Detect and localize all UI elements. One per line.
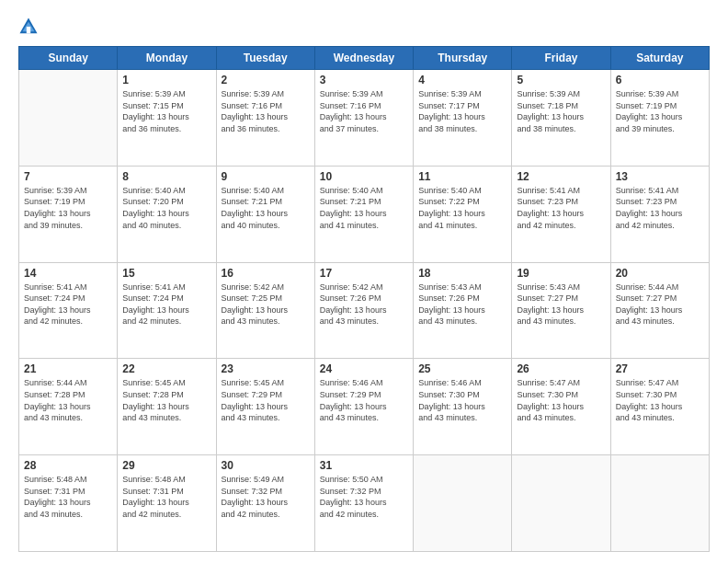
day-number: 2 xyxy=(222,74,310,86)
day-info: Sunrise: 5:48 AM Sunset: 7:31 PM Dayligh… xyxy=(122,474,210,520)
day-info: Sunrise: 5:50 AM Sunset: 7:32 PM Dayligh… xyxy=(320,474,408,520)
day-number: 11 xyxy=(418,170,506,183)
day-number: 13 xyxy=(616,170,704,183)
day-info: Sunrise: 5:46 AM Sunset: 7:29 PM Dayligh… xyxy=(320,377,408,423)
weekday-header-friday: Friday xyxy=(512,47,610,70)
calendar-cell: 22Sunrise: 5:45 AM Sunset: 7:28 PM Dayli… xyxy=(118,359,216,455)
day-info: Sunrise: 5:39 AM Sunset: 7:18 PM Dayligh… xyxy=(517,88,605,134)
weekday-header-sunday: Sunday xyxy=(19,47,118,70)
calendar-cell xyxy=(610,455,709,552)
day-number: 12 xyxy=(517,170,605,183)
calendar-cell: 16Sunrise: 5:42 AM Sunset: 7:25 PM Dayli… xyxy=(216,262,314,359)
day-number: 24 xyxy=(320,362,408,375)
day-info: Sunrise: 5:43 AM Sunset: 7:26 PM Dayligh… xyxy=(418,282,506,327)
day-number: 23 xyxy=(222,362,310,375)
day-number: 9 xyxy=(222,170,310,183)
day-number: 16 xyxy=(222,267,310,280)
day-info: Sunrise: 5:41 AM Sunset: 7:23 PM Dayligh… xyxy=(616,185,704,231)
day-number: 3 xyxy=(320,74,408,86)
day-info: Sunrise: 5:39 AM Sunset: 7:17 PM Dayligh… xyxy=(418,88,506,134)
calendar-cell xyxy=(512,455,610,552)
day-info: Sunrise: 5:42 AM Sunset: 7:25 PM Dayligh… xyxy=(222,282,310,327)
calendar-cell: 27Sunrise: 5:47 AM Sunset: 7:30 PM Dayli… xyxy=(610,359,709,455)
calendar-cell: 21Sunrise: 5:44 AM Sunset: 7:28 PM Dayli… xyxy=(19,359,118,455)
calendar-week-row: 7Sunrise: 5:39 AM Sunset: 7:19 PM Daylig… xyxy=(19,166,710,262)
svg-rect-2 xyxy=(27,27,30,33)
calendar-cell: 15Sunrise: 5:41 AM Sunset: 7:24 PM Dayli… xyxy=(118,262,216,359)
calendar-cell: 4Sunrise: 5:39 AM Sunset: 7:17 PM Daylig… xyxy=(414,70,512,167)
calendar-cell: 2Sunrise: 5:39 AM Sunset: 7:16 PM Daylig… xyxy=(216,70,314,167)
calendar-cell: 23Sunrise: 5:45 AM Sunset: 7:29 PM Dayli… xyxy=(216,359,314,455)
calendar-week-row: 1Sunrise: 5:39 AM Sunset: 7:15 PM Daylig… xyxy=(19,70,710,167)
calendar-cell: 11Sunrise: 5:40 AM Sunset: 7:22 PM Dayli… xyxy=(414,166,512,262)
page: SundayMondayTuesdayWednesdayThursdayFrid… xyxy=(0,0,728,563)
calendar-cell xyxy=(414,455,512,552)
calendar-cell: 25Sunrise: 5:46 AM Sunset: 7:30 PM Dayli… xyxy=(414,359,512,455)
day-info: Sunrise: 5:39 AM Sunset: 7:16 PM Dayligh… xyxy=(222,88,310,134)
day-number: 7 xyxy=(24,170,112,183)
day-number: 8 xyxy=(122,170,210,183)
day-number: 22 xyxy=(122,362,210,375)
day-info: Sunrise: 5:45 AM Sunset: 7:29 PM Dayligh… xyxy=(222,377,310,423)
calendar-cell: 28Sunrise: 5:48 AM Sunset: 7:31 PM Dayli… xyxy=(19,455,118,552)
header xyxy=(18,17,710,37)
logo-icon xyxy=(18,17,39,37)
day-info: Sunrise: 5:44 AM Sunset: 7:28 PM Dayligh… xyxy=(24,377,112,423)
calendar-cell: 17Sunrise: 5:42 AM Sunset: 7:26 PM Dayli… xyxy=(314,262,413,359)
day-number: 20 xyxy=(616,267,704,280)
day-number: 18 xyxy=(418,267,506,280)
day-number: 26 xyxy=(517,362,605,375)
day-info: Sunrise: 5:39 AM Sunset: 7:16 PM Dayligh… xyxy=(320,88,408,134)
day-info: Sunrise: 5:47 AM Sunset: 7:30 PM Dayligh… xyxy=(616,377,704,423)
calendar-cell: 10Sunrise: 5:40 AM Sunset: 7:21 PM Dayli… xyxy=(314,166,413,262)
day-info: Sunrise: 5:40 AM Sunset: 7:22 PM Dayligh… xyxy=(418,185,506,231)
calendar-cell: 13Sunrise: 5:41 AM Sunset: 7:23 PM Dayli… xyxy=(610,166,709,262)
day-number: 25 xyxy=(418,362,506,375)
calendar-cell: 26Sunrise: 5:47 AM Sunset: 7:30 PM Dayli… xyxy=(512,359,610,455)
logo xyxy=(18,17,42,37)
day-number: 19 xyxy=(517,267,605,280)
weekday-header-saturday: Saturday xyxy=(610,47,709,70)
calendar-cell xyxy=(19,70,118,167)
day-number: 31 xyxy=(320,459,408,472)
day-info: Sunrise: 5:40 AM Sunset: 7:21 PM Dayligh… xyxy=(320,185,408,231)
calendar-table: SundayMondayTuesdayWednesdayThursdayFrid… xyxy=(18,46,710,552)
day-number: 27 xyxy=(616,362,704,375)
day-info: Sunrise: 5:41 AM Sunset: 7:24 PM Dayligh… xyxy=(24,282,112,327)
calendar-week-row: 28Sunrise: 5:48 AM Sunset: 7:31 PM Dayli… xyxy=(19,455,710,552)
calendar-cell: 20Sunrise: 5:44 AM Sunset: 7:27 PM Dayli… xyxy=(610,262,709,359)
day-number: 1 xyxy=(122,74,210,86)
day-number: 10 xyxy=(320,170,408,183)
day-number: 30 xyxy=(222,459,310,472)
day-number: 17 xyxy=(320,267,408,280)
day-info: Sunrise: 5:43 AM Sunset: 7:27 PM Dayligh… xyxy=(517,282,605,327)
weekday-header-tuesday: Tuesday xyxy=(216,47,314,70)
day-number: 5 xyxy=(517,74,605,86)
day-info: Sunrise: 5:46 AM Sunset: 7:30 PM Dayligh… xyxy=(418,377,506,423)
day-number: 15 xyxy=(122,267,210,280)
calendar-cell: 5Sunrise: 5:39 AM Sunset: 7:18 PM Daylig… xyxy=(512,70,610,167)
day-info: Sunrise: 5:42 AM Sunset: 7:26 PM Dayligh… xyxy=(320,282,408,327)
calendar-cell: 14Sunrise: 5:41 AM Sunset: 7:24 PM Dayli… xyxy=(19,262,118,359)
calendar-cell: 30Sunrise: 5:49 AM Sunset: 7:32 PM Dayli… xyxy=(216,455,314,552)
calendar-cell: 6Sunrise: 5:39 AM Sunset: 7:19 PM Daylig… xyxy=(610,70,709,167)
day-info: Sunrise: 5:47 AM Sunset: 7:30 PM Dayligh… xyxy=(517,377,605,423)
day-info: Sunrise: 5:41 AM Sunset: 7:23 PM Dayligh… xyxy=(517,185,605,231)
calendar-week-row: 21Sunrise: 5:44 AM Sunset: 7:28 PM Dayli… xyxy=(19,359,710,455)
calendar-cell: 19Sunrise: 5:43 AM Sunset: 7:27 PM Dayli… xyxy=(512,262,610,359)
day-info: Sunrise: 5:40 AM Sunset: 7:20 PM Dayligh… xyxy=(122,185,210,231)
day-number: 14 xyxy=(24,267,112,280)
calendar-cell: 1Sunrise: 5:39 AM Sunset: 7:15 PM Daylig… xyxy=(118,70,216,167)
calendar-cell: 29Sunrise: 5:48 AM Sunset: 7:31 PM Dayli… xyxy=(118,455,216,552)
calendar-cell: 31Sunrise: 5:50 AM Sunset: 7:32 PM Dayli… xyxy=(314,455,413,552)
day-info: Sunrise: 5:48 AM Sunset: 7:31 PM Dayligh… xyxy=(24,474,112,520)
day-number: 4 xyxy=(418,74,506,86)
calendar-cell: 24Sunrise: 5:46 AM Sunset: 7:29 PM Dayli… xyxy=(314,359,413,455)
weekday-header-thursday: Thursday xyxy=(414,47,512,70)
calendar-cell: 18Sunrise: 5:43 AM Sunset: 7:26 PM Dayli… xyxy=(414,262,512,359)
calendar-week-row: 14Sunrise: 5:41 AM Sunset: 7:24 PM Dayli… xyxy=(19,262,710,359)
weekday-header-monday: Monday xyxy=(118,47,216,70)
weekday-header-wednesday: Wednesday xyxy=(314,47,413,70)
day-info: Sunrise: 5:39 AM Sunset: 7:19 PM Dayligh… xyxy=(24,185,112,231)
day-number: 21 xyxy=(24,362,112,375)
